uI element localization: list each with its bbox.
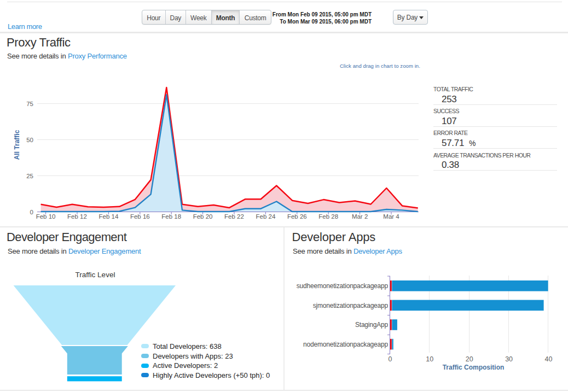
svg-text:Feb 16: Feb 16 bbox=[130, 213, 150, 220]
svg-text:50: 50 bbox=[26, 137, 33, 143]
svg-text:25: 25 bbox=[26, 173, 33, 179]
svg-text:Mar 2: Mar 2 bbox=[352, 213, 368, 220]
svg-text:Mar 4: Mar 4 bbox=[383, 213, 399, 220]
svg-text:Feb 28: Feb 28 bbox=[318, 213, 338, 220]
svg-text:Feb 12: Feb 12 bbox=[67, 213, 87, 220]
svg-text:Feb 14: Feb 14 bbox=[98, 213, 118, 220]
svg-text:Feb 20: Feb 20 bbox=[193, 213, 213, 220]
svg-text:Feb 18: Feb 18 bbox=[161, 213, 181, 220]
svg-text:Feb 22: Feb 22 bbox=[224, 213, 244, 220]
svg-text:0: 0 bbox=[30, 209, 33, 215]
svg-text:All Traffic: All Traffic bbox=[13, 130, 21, 160]
svg-text:Feb 10: Feb 10 bbox=[36, 213, 56, 220]
svg-text:Feb 26: Feb 26 bbox=[287, 213, 307, 220]
svg-text:Feb 24: Feb 24 bbox=[256, 213, 275, 220]
svg-text:75: 75 bbox=[26, 101, 33, 107]
